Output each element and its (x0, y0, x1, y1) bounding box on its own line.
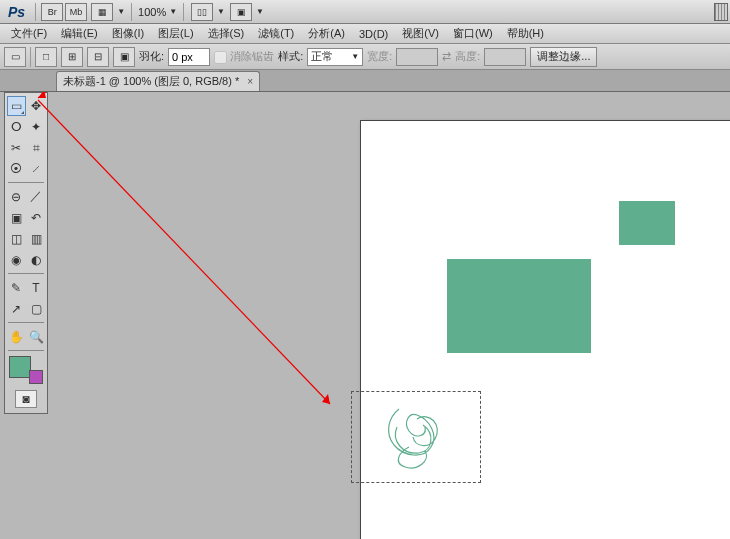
panel-grip[interactable] (714, 3, 728, 21)
antialias-checkbox (214, 51, 227, 64)
zoom-value: 100% (138, 6, 166, 18)
bridge-button[interactable]: Br (41, 3, 63, 21)
style-value: 正常 (311, 49, 333, 64)
tool-ruler[interactable]: ⟋ (27, 159, 46, 179)
tool-wand[interactable]: ✦ (27, 117, 46, 137)
selection-add-icon[interactable]: ⊞ (61, 47, 83, 67)
tool-eyedropper[interactable]: ⦿ (7, 159, 26, 179)
refine-edge-button[interactable]: 调整边缘... (530, 47, 597, 67)
tool-eraser[interactable]: ◫ (7, 229, 26, 249)
height-label: 高度: (455, 49, 480, 64)
swap-icon: ⇄ (442, 50, 451, 63)
tool-heal[interactable]: ⊖ (7, 187, 26, 207)
menu-window[interactable]: 窗口(W) (446, 24, 500, 43)
style-select[interactable]: 正常 ▼ (307, 48, 363, 66)
menu-select[interactable]: 选择(S) (201, 24, 252, 43)
width-input (396, 48, 438, 66)
tool-stamp[interactable]: ▣ (7, 208, 26, 228)
tool-gradient[interactable]: ▥ (27, 229, 46, 249)
doc-layout-icon: ▦ (91, 3, 113, 21)
document-tabstrip: 未标题-1 @ 100% (图层 0, RGB/8) * × (0, 70, 730, 92)
width-label: 宽度: (367, 49, 392, 64)
menu-bar: 文件(F) 编辑(E) 图像(I) 图层(L) 选择(S) 滤镜(T) 分析(A… (0, 24, 730, 44)
chevron-down-icon: ▼ (351, 52, 359, 61)
tool-hand[interactable]: ✋ (7, 327, 26, 347)
application-toolbar: Ps Br Mb ▦▼ 100%▼ ▯▯▼ ▣▼ (0, 0, 730, 24)
menu-edit[interactable]: 编辑(E) (54, 24, 105, 43)
foreground-swatch[interactable] (9, 356, 31, 378)
menu-image[interactable]: 图像(I) (105, 24, 151, 43)
minibridge-button[interactable]: Mb (65, 3, 87, 21)
tool-blur[interactable]: ◉ (7, 250, 26, 270)
document-tab-title: 未标题-1 @ 100% (图层 0, RGB/8) * (63, 74, 239, 89)
menu-help[interactable]: 帮助(H) (500, 24, 551, 43)
chevron-down-icon: ▼ (169, 7, 177, 16)
shape-rect-small (619, 201, 675, 245)
current-tool-icon[interactable]: ▭ (4, 47, 26, 67)
tool-zoom[interactable]: 🔍 (27, 327, 46, 347)
workspace: ▭ ✥ ⵔ ✦ ✂ ⌗ ⦿ ⟋ ⊖ ／ ▣ ↶ ◫ ▥ ◉ ◐ (0, 92, 730, 539)
menu-filter[interactable]: 滤镜(T) (251, 24, 301, 43)
quickmask-icon: ◙ (15, 390, 37, 408)
chevron-down-icon: ▼ (117, 7, 125, 16)
screenmode-icon: ▣ (230, 3, 252, 21)
tool-marquee[interactable]: ▭ (7, 96, 26, 116)
chevron-down-icon: ▼ (256, 7, 264, 16)
tool-pen[interactable]: ✎ (7, 278, 26, 298)
tool-dodge[interactable]: ◐ (27, 250, 46, 270)
selection-new-icon[interactable]: □ (35, 47, 57, 67)
selection-subtract-icon[interactable]: ⊟ (87, 47, 109, 67)
tool-crop[interactable]: ✂ (7, 138, 26, 158)
menu-layer[interactable]: 图层(L) (151, 24, 200, 43)
chevron-down-icon: ▼ (217, 7, 225, 16)
quickmask-toggle[interactable]: ◙ (6, 389, 46, 408)
document-canvas[interactable] (360, 120, 730, 539)
tool-lasso[interactable]: ⵔ (7, 117, 26, 137)
feather-input[interactable] (168, 48, 210, 66)
height-input (484, 48, 526, 66)
close-icon[interactable]: × (247, 76, 253, 87)
brush-scribble (369, 397, 469, 477)
menu-file[interactable]: 文件(F) (4, 24, 54, 43)
tool-brush[interactable]: ／ (27, 187, 46, 207)
arrange-dropdown[interactable]: ▯▯▼ (188, 3, 227, 21)
background-swatch[interactable] (29, 370, 43, 384)
tools-panel: ▭ ✥ ⵔ ✦ ✂ ⌗ ⦿ ⟋ ⊖ ／ ▣ ↶ ◫ ▥ ◉ ◐ (4, 92, 48, 414)
doc-layout-dropdown[interactable]: ▦▼ (88, 3, 127, 21)
tool-options-bar: ▭ □ ⊞ ⊟ ▣ 羽化: 消除锯齿 样式: 正常 ▼ 宽度: ⇄ 高度: 调整… (0, 44, 730, 70)
tool-slice[interactable]: ⌗ (27, 138, 46, 158)
selection-intersect-icon[interactable]: ▣ (113, 47, 135, 67)
canvas-viewport[interactable] (60, 92, 730, 539)
feather-label: 羽化: (139, 49, 164, 64)
tool-type[interactable]: T (27, 278, 46, 298)
screenmode-dropdown[interactable]: ▣▼ (227, 3, 266, 21)
document-tab[interactable]: 未标题-1 @ 100% (图层 0, RGB/8) * × (56, 71, 260, 91)
app-logo: Ps (2, 4, 31, 20)
antialias-group: 消除锯齿 (214, 49, 274, 64)
menu-analyze[interactable]: 分析(A) (301, 24, 352, 43)
tool-shape[interactable]: ▢ (27, 299, 46, 319)
shape-rect-large (447, 259, 591, 353)
tool-move[interactable]: ✥ (27, 96, 46, 116)
color-swatches[interactable] (7, 354, 45, 386)
arrange-icon: ▯▯ (191, 3, 213, 21)
menu-view[interactable]: 视图(V) (395, 24, 446, 43)
tool-history-brush[interactable]: ↶ (27, 208, 46, 228)
style-label: 样式: (278, 49, 303, 64)
zoom-dropdown[interactable]: 100%▼ (136, 6, 179, 18)
menu-3d[interactable]: 3D(D) (352, 26, 395, 42)
tool-path-select[interactable]: ↗ (7, 299, 26, 319)
antialias-label: 消除锯齿 (230, 50, 274, 62)
